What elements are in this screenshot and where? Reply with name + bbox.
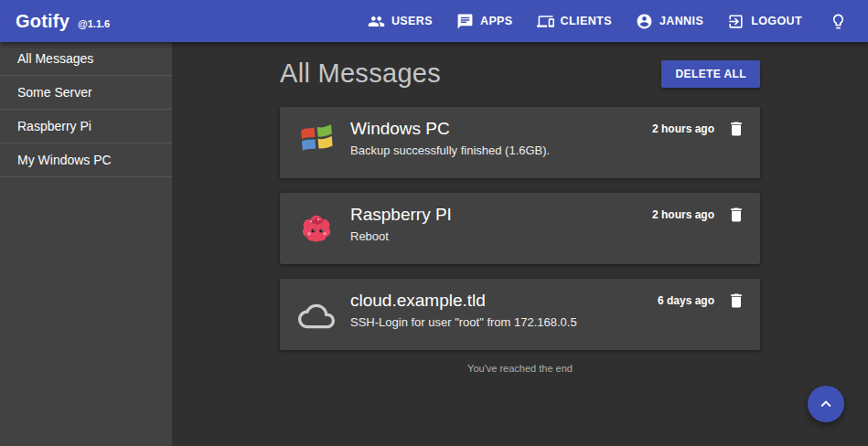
delete-message-button[interactable] [727,120,745,138]
account-circle-icon [636,13,653,30]
windows-logo-icon [298,122,335,158]
users-icon [368,13,385,30]
trash-icon [727,120,745,138]
message-card: cloud.example.tld SSH-Login for user "ro… [280,279,760,350]
message-meta: 2 hours ago [652,206,745,251]
nav-users-button[interactable]: USERS [356,5,445,37]
nav-logout-label: LOGOUT [751,15,802,27]
delete-message-button[interactable] [727,206,745,224]
main-area: All Messages DELETE ALL Windows PC Backu… [172,42,868,446]
end-of-list-text: You've reached the end [280,363,760,374]
sidebar-item-all-messages[interactable]: All Messages [0,42,172,76]
brand: Gotify @1.1.6 [16,11,110,32]
sidebar-item-my-windows-pc[interactable]: My Windows PC [0,143,172,177]
nav-clients-label: CLIENTS [561,15,612,27]
appbar-nav: USERS APPS CLIENTS JANNIS LOGOUT [356,5,855,37]
nav-apps-button[interactable]: APPS [445,5,525,37]
app-version: @1.1.6 [78,18,110,29]
message-text: Raspberry PI Reboot [350,206,652,251]
nav-apps-label: APPS [480,15,513,27]
raspberry-icon [298,207,335,244]
app-title: Gotify [16,11,70,32]
appbar: Gotify @1.1.6 USERS APPS CLIENTS JANNIS … [0,0,868,42]
layout: All Messages Some Server Raspberry Pi My… [0,42,868,446]
nav-logout-button[interactable]: LOGOUT [715,5,814,37]
content-header: All Messages DELETE ALL [280,58,760,89]
message-body: Reboot [350,229,652,244]
nav-account-button[interactable]: JANNIS [624,5,715,37]
chevron-up-icon [816,394,836,414]
trash-icon [727,292,745,310]
nav-clients-button[interactable]: CLIENTS [525,5,624,37]
trash-icon [727,206,745,224]
message-timestamp: 6 days ago [658,294,714,307]
message-body: SSH-Login for user "root" from 172.168.0… [350,315,658,330]
theme-toggle-button[interactable] [821,5,855,37]
message-text: cloud.example.tld SSH-Login for user "ro… [350,292,658,337]
sidebar-item-raspberry-pi[interactable]: Raspberry Pi [0,110,172,143]
message-body: Backup successfully finished (1.6GB). [350,143,652,158]
nav-users-label: USERS [391,15,433,27]
logout-icon [727,13,745,30]
chat-icon [456,13,474,30]
cloud-icon [298,293,335,330]
message-timestamp: 2 hours ago [652,208,714,221]
message-title: Raspberry PI [350,206,652,224]
message-text: Windows PC Backup successfully finished … [350,120,652,165]
message-meta: 2 hours ago [652,120,745,165]
delete-message-button[interactable] [727,292,745,310]
delete-all-button[interactable]: DELETE ALL [661,60,760,88]
lightbulb-icon [830,13,847,30]
content-column: All Messages DELETE ALL Windows PC Backu… [280,42,760,374]
page-title: All Messages [280,58,441,89]
message-title: Windows PC [350,120,652,138]
message-card: Windows PC Backup successfully finished … [280,107,760,178]
message-timestamp: 2 hours ago [652,122,714,135]
devices-icon [537,13,554,30]
nav-account-label: JANNIS [659,15,703,27]
message-card: Raspberry PI Reboot 2 hours ago [280,193,760,264]
message-title: cloud.example.tld [350,292,658,310]
scroll-to-top-button[interactable] [808,386,844,422]
sidebar: All Messages Some Server Raspberry Pi My… [0,42,172,446]
message-meta: 6 days ago [658,292,745,337]
sidebar-item-some-server[interactable]: Some Server [0,76,172,110]
